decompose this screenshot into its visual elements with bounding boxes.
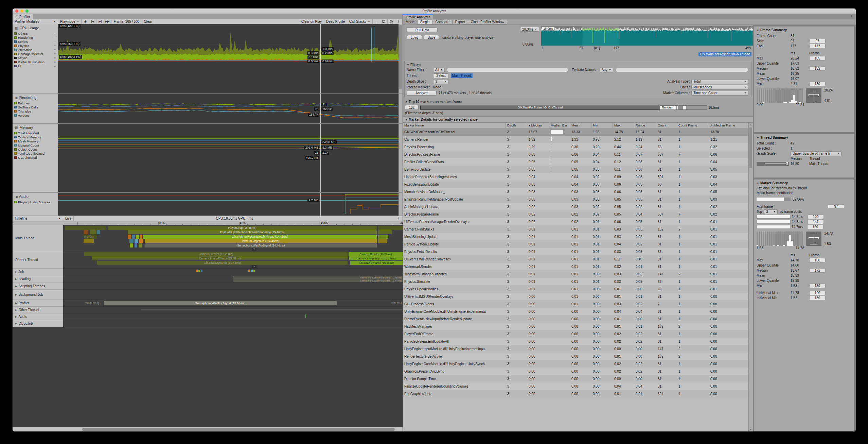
- table-row[interactable]: ParticleSystem.Update30.010.010.010.040.…: [403, 240, 753, 248]
- table-row[interactable]: TransformChangedDispatch30.010.010.000.0…: [403, 270, 753, 278]
- timeline-bar[interactable]: PostLateUpdate.FinishFrameRendering (15.…: [128, 230, 377, 234]
- table-row[interactable]: Physics.UpdateBodies30.010.010.000.010.0…: [403, 285, 753, 293]
- thread-name[interactable]: ▶Other Threads: [13, 307, 63, 313]
- table-row[interactable]: EnlightenRuntimeManager.PostUpdate30.030…: [403, 195, 753, 203]
- legend-item[interactable]: VSync=: [14, 56, 58, 60]
- expand-arrow-icon[interactable]: ▶: [15, 278, 17, 280]
- legend-grip-icon[interactable]: =: [54, 64, 56, 68]
- legend-grip-icon[interactable]: =: [54, 52, 56, 55]
- legend-item[interactable]: Vertices: [14, 113, 58, 117]
- timeline-bar[interactable]: Camera.Render (16.27ms): [349, 252, 403, 256]
- timeline-fragment[interactable]: [140, 235, 142, 239]
- table-row[interactable]: Director.Pro cessFrame30.050.060.040.110…: [403, 151, 753, 158]
- frame-jump-button[interactable]: 100: [809, 291, 826, 295]
- legend-grip-icon[interactable]: =: [54, 36, 56, 39]
- column-header-count-frame[interactable]: Count Frame: [677, 123, 709, 128]
- timeline-fragment[interactable]: [378, 226, 403, 230]
- vscroll-thumb[interactable]: [399, 25, 402, 89]
- legend-grip-icon[interactable]: =: [54, 32, 56, 35]
- table-row[interactable]: UnityEngine.CoreModule.dll!UnityEngine.E…: [403, 308, 753, 315]
- load-button[interactable]: Load: [407, 35, 422, 40]
- call-stacks-dropdown[interactable]: Call Stacks▼: [347, 19, 373, 24]
- top-n-dropdown[interactable]: 3▼: [764, 209, 778, 214]
- legend-item[interactable]: Global Illumination=: [14, 60, 58, 64]
- timeline-bar[interactable]: Gfx.DrawDynamic (15.19ms): [350, 261, 403, 265]
- legend-item[interactable]: Material Count: [14, 143, 58, 147]
- loading-bar[interactable]: Semaphore.WaitForSignal (16.44ms): [233, 279, 403, 282]
- charts-vscrollbar[interactable]: [398, 124, 403, 192]
- histogram[interactable]: [757, 88, 803, 103]
- frame-scale-dropdown[interactable]: 20.3ms▼: [520, 27, 539, 32]
- frame-jump-button[interactable]: 129: [807, 225, 823, 229]
- expand-arrow-icon[interactable]: ▶: [15, 322, 17, 325]
- table-row[interactable]: UIEvents.WillRenderCanvases30.010.010.01…: [403, 255, 753, 263]
- profiler-thread-bar[interactable]: Semaphore.WaitForSignal (15.04ms): [104, 301, 337, 305]
- table-row[interactable]: FixedBehaviourUpdate30.030.040.030.060.0…: [403, 181, 753, 188]
- legend-item[interactable]: GarbageCollector=: [14, 52, 58, 56]
- frame-jump-button[interactable]: 97: [809, 39, 826, 43]
- charts-vscrollbar[interactable]: [398, 193, 403, 216]
- timeline-fragment[interactable]: [378, 230, 392, 234]
- histogram[interactable]: [757, 232, 803, 246]
- timeline-fragment[interactable]: [135, 239, 138, 243]
- frame-jump-button[interactable]: 132: [809, 66, 826, 71]
- frame-jump-button[interactable]: 105: [809, 56, 826, 61]
- thread-lane[interactable]: [63, 313, 403, 320]
- marker-columns-dropdown[interactable]: Time and Count▼: [691, 91, 748, 96]
- table-row[interactable]: UnityEngine.CoreModule.dll!UnityEngine::…: [403, 360, 753, 368]
- frame-jump-button[interactable]: 159: [809, 82, 826, 86]
- legend-item[interactable]: Rendering=: [14, 35, 58, 39]
- timeline-bar[interactable]: PlayerLoop (16.65ms): [108, 226, 377, 230]
- clear-on-play-toggle[interactable]: Clear on Play: [299, 19, 324, 24]
- legend-item[interactable]: Texture Memory: [14, 135, 58, 139]
- thread-lane[interactable]: Semaphore.WaitForSignal (16.46ms)Semapho…: [63, 275, 403, 283]
- profiler-modules-dropdown[interactable]: Profiler Modules▼: [13, 19, 58, 24]
- timeline-bar[interactable]: WaitForTargetFPS (14.46ms): [145, 239, 377, 243]
- last-frame-button[interactable]: ▶▶|: [104, 19, 111, 24]
- analysis-type-dropdown[interactable]: Total▼: [691, 79, 748, 84]
- mode-export-button[interactable]: Export: [453, 20, 468, 24]
- thread-lane[interactable]: [63, 290, 403, 300]
- tab-profiler[interactable]: Profiler: [13, 14, 33, 19]
- thread-lane[interactable]: [63, 307, 403, 313]
- timeline-fragment[interactable]: [136, 235, 139, 239]
- legend-grip-icon[interactable]: =: [54, 44, 56, 47]
- thread-lane[interactable]: Camera.Render (16.28ms)Camera.Render (16…: [63, 251, 403, 269]
- thread-name[interactable]: ▶Job: [13, 269, 63, 275]
- frame-jump-button[interactable]: 147: [808, 220, 824, 224]
- table-row[interactable]: Physics.Processing30.290.300.200.440.246…: [403, 143, 753, 151]
- table-row[interactable]: Graphics.PresentAndSync30.000.000.000.02…: [403, 368, 753, 375]
- column-header-median-bar[interactable]: Median Bar: [549, 123, 570, 128]
- table-row[interactable]: UpdateRendererBoundingVolumes30.040.040.…: [403, 173, 753, 181]
- mode-close-profiler-window-button[interactable]: Close Profiler Window: [468, 20, 507, 24]
- timeline-bar[interactable]: Camera.Render (16.28ms): [84, 252, 348, 256]
- exclude-names-input[interactable]: [615, 68, 748, 72]
- expand-arrow-icon[interactable]: ▶: [15, 315, 17, 318]
- analyze-button[interactable]: Analyze: [407, 91, 437, 96]
- clear-button[interactable]: Clear: [142, 19, 155, 24]
- timeline-fragment[interactable]: [378, 239, 387, 243]
- timeline-threads[interactable]: PlayerLoop (16.65ms)PostLateUpdate.Finis…: [13, 225, 403, 427]
- table-row[interactable]: ParticleSystem.EndUpdateAll30.000.000.00…: [403, 338, 753, 345]
- table-row[interactable]: PlayerEndOfFrame30.000.000.000.020.02811…: [403, 330, 753, 338]
- timeline-fragment[interactable]: [84, 239, 94, 243]
- timeline-fragment[interactable]: [378, 235, 388, 239]
- timeline-menu-icon[interactable]: ⋮: [395, 216, 403, 221]
- job-fragment[interactable]: [196, 270, 198, 272]
- thread-lane[interactable]: [63, 269, 403, 275]
- thread-name[interactable]: Render Thread: [13, 251, 63, 269]
- table-vscrollbar[interactable]: ▲▼: [748, 123, 753, 431]
- scroll-down-icon[interactable]: ▼: [749, 428, 753, 431]
- table-row[interactable]: UnityEngine.InputModule.dll!UnityEngineI…: [403, 345, 753, 353]
- legend-item[interactable]: Animation=: [14, 48, 58, 52]
- job-fragment[interactable]: [251, 270, 253, 272]
- table-row[interactable]: UIEvents.CanvasManagerRenderOverlays30.0…: [403, 218, 753, 225]
- legend-item[interactable]: Triangles: [14, 109, 58, 113]
- legend-item[interactable]: Physics=: [14, 44, 58, 48]
- mode-single-button[interactable]: Single: [417, 20, 433, 24]
- timeline-bar[interactable]: Camera.ImageEffects (15.28ms): [349, 256, 403, 260]
- legend-item[interactable]: Scripts=: [14, 39, 58, 44]
- thread-name[interactable]: ▶Scripting Threads: [13, 283, 63, 290]
- table-row[interactable]: Director.SampleTime30.000.000.000.000.00…: [403, 375, 753, 382]
- timeline-fragment[interactable]: [139, 243, 142, 247]
